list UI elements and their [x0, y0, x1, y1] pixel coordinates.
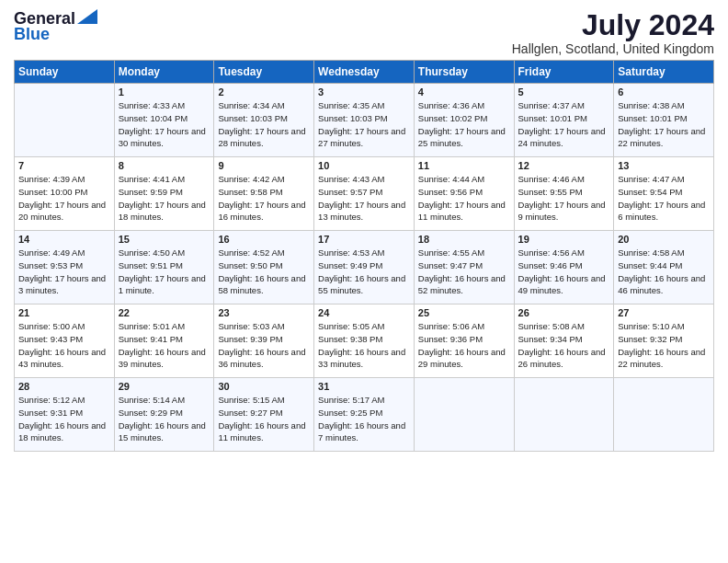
sunrise: Sunrise: 4:33 AM [119, 100, 185, 110]
day-cell [514, 378, 614, 452]
daylight: Daylight: 17 hours and 13 minutes. [318, 200, 405, 223]
day-cell: 14 Sunrise: 4:49 AM Sunset: 9:53 PM Dayl… [15, 231, 115, 304]
day-info: Sunrise: 4:35 AM Sunset: 10:03 PM Daylig… [318, 99, 410, 150]
day-cell [15, 84, 115, 157]
logo: General Blue [14, 9, 97, 44]
sunset: Sunset: 9:47 PM [418, 260, 483, 270]
day-info: Sunrise: 4:56 AM Sunset: 9:46 PM Dayligh… [518, 247, 610, 297]
sunrise: Sunrise: 4:47 AM [618, 174, 684, 184]
daylight: Daylight: 16 hours and 29 minutes. [418, 347, 506, 370]
daylight: Daylight: 16 hours and 26 minutes. [518, 347, 606, 370]
day-cell: 7 Sunrise: 4:39 AM Sunset: 10:00 PM Dayl… [15, 157, 115, 231]
day-cell: 17 Sunrise: 4:53 AM Sunset: 9:49 PM Dayl… [314, 231, 415, 304]
day-info: Sunrise: 4:47 AM Sunset: 9:54 PM Dayligh… [618, 173, 710, 224]
sunrise: Sunrise: 4:39 AM [18, 174, 85, 184]
sunset: Sunset: 9:31 PM [18, 408, 83, 418]
day-number: 18 [418, 234, 510, 245]
day-number: 22 [119, 307, 210, 318]
sunset: Sunset: 9:38 PM [318, 334, 382, 344]
daylight: Daylight: 17 hours and 6 minutes. [618, 200, 705, 223]
day-cell: 10 Sunrise: 4:43 AM Sunset: 9:57 PM Dayl… [314, 157, 415, 231]
daylight: Daylight: 16 hours and 58 minutes. [218, 273, 305, 296]
sunrise: Sunrise: 5:15 AM [218, 395, 284, 405]
day-number: 16 [218, 234, 310, 245]
page: General Blue July 2024 Hallglen, Scotlan… [0, 0, 728, 461]
daylight: Daylight: 17 hours and 20 minutes. [18, 200, 106, 223]
daylight: Daylight: 17 hours and 27 minutes. [318, 126, 405, 149]
day-number: 23 [218, 307, 310, 318]
day-number: 11 [418, 160, 510, 171]
day-info: Sunrise: 5:01 AM Sunset: 9:41 PM Dayligh… [119, 320, 210, 371]
day-number: 20 [618, 234, 710, 245]
sunset: Sunset: 9:36 PM [418, 334, 483, 344]
day-info: Sunrise: 4:46 AM Sunset: 9:55 PM Dayligh… [518, 173, 610, 224]
daylight: Daylight: 16 hours and 39 minutes. [119, 347, 206, 370]
sunset: Sunset: 9:58 PM [218, 187, 282, 197]
sunrise: Sunrise: 4:43 AM [318, 174, 384, 184]
sunset: Sunset: 9:41 PM [119, 334, 183, 344]
day-cell: 12 Sunrise: 4:46 AM Sunset: 9:55 PM Dayl… [514, 157, 614, 231]
day-info: Sunrise: 4:55 AM Sunset: 9:47 PM Dayligh… [418, 247, 510, 297]
sunrise: Sunrise: 5:10 AM [618, 321, 684, 331]
day-cell: 16 Sunrise: 4:52 AM Sunset: 9:50 PM Dayl… [214, 231, 314, 304]
day-info: Sunrise: 5:12 AM Sunset: 9:31 PM Dayligh… [18, 394, 110, 444]
day-cell: 19 Sunrise: 4:56 AM Sunset: 9:46 PM Dayl… [514, 231, 614, 304]
sunset: Sunset: 9:54 PM [618, 187, 682, 197]
sunset: Sunset: 10:00 PM [18, 187, 88, 197]
day-info: Sunrise: 5:03 AM Sunset: 9:39 PM Dayligh… [218, 320, 310, 371]
day-info: Sunrise: 5:15 AM Sunset: 9:27 PM Dayligh… [218, 394, 310, 444]
daylight: Daylight: 16 hours and 15 minutes. [119, 420, 206, 443]
day-cell: 31 Sunrise: 5:17 AM Sunset: 9:25 PM Dayl… [314, 378, 415, 452]
day-number: 9 [218, 160, 310, 171]
sunrise: Sunrise: 4:53 AM [318, 247, 384, 258]
day-number: 1 [119, 86, 210, 98]
sunset: Sunset: 9:39 PM [218, 334, 282, 344]
sunset: Sunset: 9:43 PM [18, 334, 83, 344]
day-cell: 18 Sunrise: 4:55 AM Sunset: 9:47 PM Dayl… [414, 231, 514, 304]
sunset: Sunset: 9:55 PM [518, 187, 583, 197]
week-row-3: 14 Sunrise: 4:49 AM Sunset: 9:53 PM Dayl… [15, 231, 714, 304]
day-cell: 20 Sunrise: 4:58 AM Sunset: 9:44 PM Dayl… [614, 231, 714, 304]
day-cell: 11 Sunrise: 4:44 AM Sunset: 9:56 PM Dayl… [414, 157, 514, 231]
sunrise: Sunrise: 4:42 AM [218, 174, 284, 184]
sunset: Sunset: 9:57 PM [318, 187, 382, 197]
sunset: Sunset: 9:49 PM [318, 260, 382, 270]
day-cell: 28 Sunrise: 5:12 AM Sunset: 9:31 PM Dayl… [15, 378, 115, 452]
daylight: Daylight: 16 hours and 11 minutes. [218, 420, 305, 443]
day-number: 3 [318, 86, 410, 98]
daylight: Daylight: 17 hours and 25 minutes. [418, 126, 506, 149]
sunset: Sunset: 9:46 PM [518, 260, 583, 270]
sunset: Sunset: 9:53 PM [18, 260, 83, 270]
logo-icon [77, 9, 97, 24]
sunrise: Sunrise: 4:55 AM [418, 247, 484, 258]
daylight: Daylight: 17 hours and 1 minute. [119, 273, 206, 296]
daylight: Daylight: 17 hours and 28 minutes. [218, 126, 305, 149]
day-number: 4 [418, 86, 510, 98]
day-number: 7 [18, 160, 110, 171]
day-cell: 23 Sunrise: 5:03 AM Sunset: 9:39 PM Dayl… [214, 304, 314, 378]
sunset: Sunset: 10:03 PM [218, 113, 288, 123]
day-cell: 29 Sunrise: 5:14 AM Sunset: 9:29 PM Dayl… [114, 378, 214, 452]
sunrise: Sunrise: 4:36 AM [418, 100, 484, 110]
day-cell: 2 Sunrise: 4:34 AM Sunset: 10:03 PM Dayl… [214, 84, 314, 157]
day-info: Sunrise: 4:34 AM Sunset: 10:03 PM Daylig… [218, 99, 310, 150]
day-cell: 30 Sunrise: 5:15 AM Sunset: 9:27 PM Dayl… [214, 378, 314, 452]
day-info: Sunrise: 4:39 AM Sunset: 10:00 PM Daylig… [18, 173, 110, 224]
sunset: Sunset: 9:25 PM [318, 408, 382, 418]
day-cell: 1 Sunrise: 4:33 AM Sunset: 10:04 PM Dayl… [114, 84, 214, 157]
sunrise: Sunrise: 5:08 AM [518, 321, 585, 331]
day-number: 26 [518, 307, 610, 318]
day-number: 25 [418, 307, 510, 318]
daylight: Daylight: 16 hours and 43 minutes. [18, 347, 106, 370]
day-number: 17 [318, 234, 410, 245]
header: General Blue July 2024 Hallglen, Scotlan… [14, 9, 714, 56]
sunset: Sunset: 9:44 PM [618, 260, 682, 270]
daylight: Daylight: 16 hours and 18 minutes. [18, 420, 106, 443]
daylight: Daylight: 17 hours and 22 minutes. [618, 126, 705, 149]
sunrise: Sunrise: 4:50 AM [119, 247, 185, 258]
daylight: Daylight: 17 hours and 30 minutes. [119, 126, 206, 149]
sunrise: Sunrise: 4:35 AM [318, 100, 384, 110]
sunrise: Sunrise: 5:12 AM [18, 395, 85, 405]
sunset: Sunset: 10:01 PM [618, 113, 688, 123]
daylight: Daylight: 16 hours and 33 minutes. [318, 347, 405, 370]
